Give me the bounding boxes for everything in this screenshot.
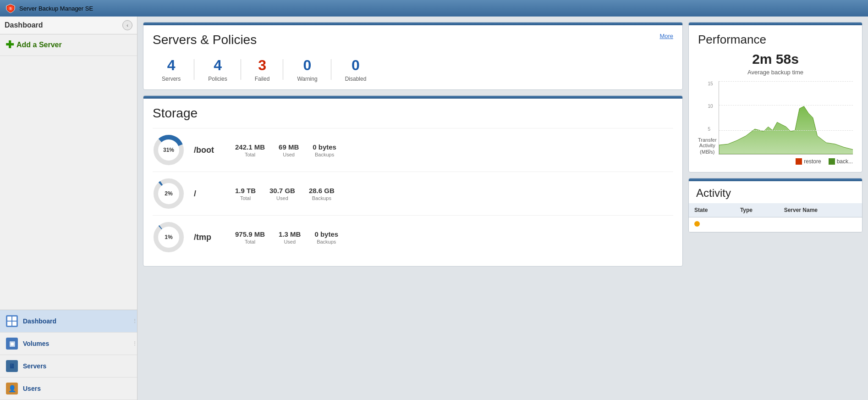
stat-backups-root: 28.6 GB Backups (309, 187, 335, 201)
used-value-root: 30.7 GB (269, 187, 295, 194)
total-value-boot: 242.1 MB (235, 143, 265, 151)
activity-chart (719, 81, 853, 154)
servers-policies-card: Servers & Policies More 4 Servers 4 Poli… (143, 22, 683, 90)
total-label-boot: Total (235, 152, 265, 157)
stat-warning: 0 Warning (283, 56, 331, 82)
col-state: State (689, 203, 735, 217)
backups-value-tmp: 0 bytes (314, 230, 338, 238)
sidebar-item-label: Volumes (23, 340, 49, 347)
card-body: Servers & Policies More 4 Servers 4 Poli… (143, 25, 682, 89)
stat-policies: 4 Policies (194, 56, 241, 82)
sidebar-nav: Dashboard ⋮ Volumes ⋮ Servers U (0, 310, 137, 400)
donut-label-root: 2% (165, 190, 172, 197)
col-server-name: Server Name (779, 203, 862, 217)
sidebar-title: Dashboard (5, 21, 43, 29)
servers-icon (5, 360, 18, 372)
gridline-15 (719, 81, 853, 82)
gridline-10 (719, 105, 853, 106)
sidebar-item-users[interactable]: Users (0, 378, 137, 400)
left-column: Servers & Policies More 4 Servers 4 Poli… (143, 22, 683, 394)
stat-used-boot: 69 MB Used (279, 143, 299, 157)
failed-count: 3 (255, 56, 270, 74)
shield-icon: S (5, 3, 16, 13)
sp-stats: 4 Servers 4 Policies 3 Failed 0 (153, 56, 673, 82)
y-label-0: 0 (708, 149, 713, 154)
policies-count: 4 (208, 56, 227, 74)
col-type: Type (735, 203, 779, 217)
sidebar-item-volumes[interactable]: Volumes ⋮ (0, 333, 137, 355)
stat-failed: 3 Failed (241, 56, 284, 82)
app-body: Dashboard ‹ ✚ Add a Server Dashboard ⋮ (0, 17, 868, 400)
legend-backup: back... (829, 158, 853, 165)
add-server-label: Add a Server (16, 41, 62, 49)
donut-label-boot: 31% (163, 147, 174, 153)
mount-boot: /boot (194, 145, 221, 155)
total-label-tmp: Total (235, 239, 265, 244)
chart-container: 15 10 5 0 (719, 81, 853, 155)
sidebar-item-label: Dashboard (23, 317, 56, 325)
total-label-root: Total (235, 195, 256, 201)
sp-title-row: Servers & Policies More (153, 33, 673, 47)
chart-legend: restore back... (698, 158, 853, 165)
disabled-count: 0 (345, 56, 367, 74)
backups-value-boot: 0 bytes (313, 143, 336, 151)
sidebar-collapse-button[interactable]: ‹ (122, 20, 132, 30)
used-value-tmp: 1.3 MB (279, 230, 301, 238)
activity-table: State Type Server Name (689, 203, 862, 232)
sidebar-item-dashboard[interactable]: Dashboard ⋮ (0, 310, 137, 333)
add-server-button[interactable]: ✚ Add a Server (0, 34, 137, 56)
users-icon (5, 382, 18, 395)
storage-row-tmp: 1% /tmp 975.9 MB Total 1.3 MB Used (153, 215, 673, 259)
state-cell (689, 217, 735, 232)
donut-root: 2% (153, 178, 185, 210)
stat-backups-tmp: 0 bytes Backups (314, 230, 338, 244)
card-body: Performance 2m 58s Average backup time T… (689, 25, 862, 172)
storage-stats-root: 1.9 TB Total 30.7 GB Used 28.6 GB Backup… (235, 187, 335, 201)
used-label-tmp: Used (279, 239, 301, 244)
performance-card: Performance 2m 58s Average backup time T… (688, 22, 863, 172)
sidebar-item-servers[interactable]: Servers (0, 355, 137, 378)
storage-stats-tmp: 975.9 MB Total 1.3 MB Used 0 bytes Backu… (235, 230, 338, 244)
right-column: Performance 2m 58s Average backup time T… (688, 22, 863, 394)
storage-title: Storage (153, 106, 673, 121)
card-body: Activity State Type Server Name (689, 181, 862, 232)
app-title: Server Backup Manager SE (19, 5, 93, 12)
main-content: Servers & Policies More 4 Servers 4 Poli… (137, 17, 868, 400)
y-label-10: 10 (708, 104, 713, 109)
legend-restore: restore (796, 158, 821, 165)
sidebar: Dashboard ‹ ✚ Add a Server Dashboard ⋮ (0, 17, 137, 400)
sidebar-item-label: Users (23, 385, 41, 392)
backups-value-root: 28.6 GB (309, 187, 335, 194)
top-bar: S Server Backup Manager SE (0, 0, 868, 17)
sidebar-spacer (0, 56, 137, 310)
total-value-root: 1.9 TB (235, 187, 256, 194)
donut-label-tmp: 1% (165, 234, 172, 240)
performance-title: Performance (698, 33, 853, 47)
storage-row-root: 2% / 1.9 TB Total 30.7 GB Used (153, 172, 673, 215)
add-server-icon: ✚ (5, 39, 14, 51)
backups-label-root: Backups (309, 195, 335, 201)
activity-card: Activity State Type Server Name (688, 178, 863, 233)
restore-label: restore (804, 158, 821, 165)
mount-root: / (194, 189, 221, 199)
avg-backup-label: Average backup time (698, 69, 853, 76)
resize-handle: ⋮ (132, 319, 137, 323)
stat-total-boot: 242.1 MB Total (235, 143, 265, 157)
stat-used-root: 30.7 GB Used (269, 187, 295, 201)
disabled-label: Disabled (345, 76, 367, 82)
warning-label: Warning (297, 76, 317, 82)
storage-row-boot: 31% /boot 242.1 MB Total 69 MB Used (153, 128, 673, 172)
status-running-dot (694, 221, 700, 227)
used-value-boot: 69 MB (279, 143, 299, 151)
failed-label: Failed (255, 76, 270, 82)
backup-label: back... (837, 158, 853, 165)
avg-backup-time: 2m 58s (698, 51, 853, 67)
warning-count: 0 (297, 56, 317, 74)
total-value-tmp: 975.9 MB (235, 230, 265, 238)
more-link[interactable]: More (659, 33, 673, 39)
stat-disabled: 0 Disabled (331, 56, 380, 82)
used-label-root: Used (269, 195, 295, 201)
backups-label-tmp: Backups (314, 239, 338, 244)
volumes-icon (5, 337, 18, 350)
sidebar-header: Dashboard ‹ (0, 17, 137, 34)
